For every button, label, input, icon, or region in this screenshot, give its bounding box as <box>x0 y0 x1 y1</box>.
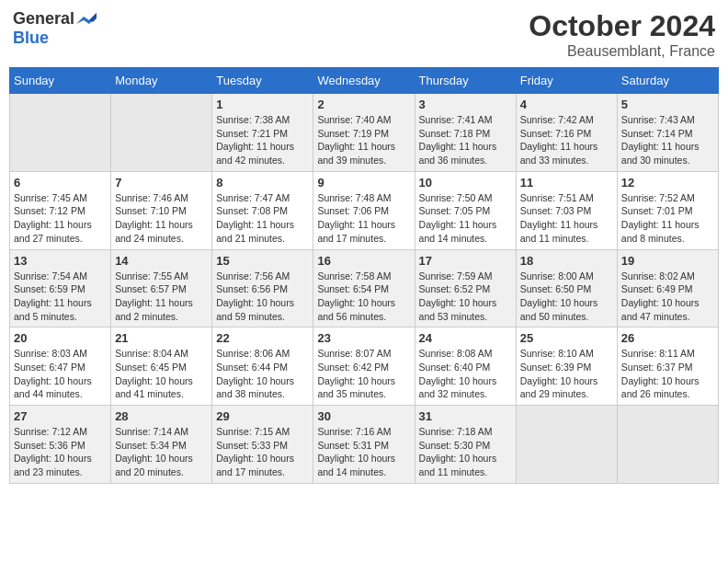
day-number: 22 <box>216 331 309 345</box>
day-of-week-header: Thursday <box>415 68 516 94</box>
day-number: 10 <box>419 176 512 190</box>
calendar-cell: 7Sunrise: 7:46 AMSunset: 7:10 PMDaylight… <box>111 171 212 249</box>
calendar-cell: 19Sunrise: 8:02 AMSunset: 6:49 PMDayligh… <box>617 249 718 327</box>
day-number: 6 <box>14 176 107 190</box>
calendar-cell: 22Sunrise: 8:06 AMSunset: 6:44 PMDayligh… <box>212 327 313 406</box>
day-info: Sunrise: 7:47 AMSunset: 7:08 PMDaylight:… <box>216 191 309 246</box>
calendar-cell <box>516 406 617 484</box>
day-of-week-header: Sunday <box>10 68 111 94</box>
day-info: Sunrise: 8:07 AMSunset: 6:42 PMDaylight:… <box>317 347 410 401</box>
day-info: Sunrise: 7:50 AMSunset: 7:05 PMDaylight:… <box>419 191 512 246</box>
day-info: Sunrise: 7:40 AMSunset: 7:19 PMDaylight:… <box>317 113 410 167</box>
day-number: 12 <box>621 176 714 190</box>
day-info: Sunrise: 8:10 AMSunset: 6:39 PMDaylight:… <box>520 347 613 401</box>
day-info: Sunrise: 7:56 AMSunset: 6:56 PMDaylight:… <box>216 270 309 324</box>
day-number: 15 <box>216 254 309 268</box>
day-info: Sunrise: 7:45 AMSunset: 7:12 PMDaylight:… <box>14 191 107 246</box>
day-number: 26 <box>621 331 714 345</box>
day-info: Sunrise: 7:58 AMSunset: 6:54 PMDaylight:… <box>317 270 410 324</box>
calendar-cell: 8Sunrise: 7:47 AMSunset: 7:08 PMDaylight… <box>212 171 313 249</box>
calendar-cell: 28Sunrise: 7:14 AMSunset: 5:34 PMDayligh… <box>111 406 212 484</box>
calendar-cell <box>111 94 212 172</box>
calendar-cell: 16Sunrise: 7:58 AMSunset: 6:54 PMDayligh… <box>313 249 415 327</box>
day-info: Sunrise: 7:46 AMSunset: 7:10 PMDaylight:… <box>115 191 208 246</box>
day-info: Sunrise: 7:42 AMSunset: 7:16 PMDaylight:… <box>520 113 613 167</box>
day-number: 30 <box>317 409 410 423</box>
calendar-week-row: 20Sunrise: 8:03 AMSunset: 6:47 PMDayligh… <box>10 327 719 406</box>
day-of-week-header: Wednesday <box>313 68 415 94</box>
day-info: Sunrise: 7:52 AMSunset: 7:01 PMDaylight:… <box>621 191 714 246</box>
day-number: 20 <box>14 331 107 345</box>
logo-bird-icon <box>76 13 97 28</box>
day-info: Sunrise: 8:04 AMSunset: 6:45 PMDaylight:… <box>115 347 208 401</box>
day-info: Sunrise: 7:59 AMSunset: 6:52 PMDaylight:… <box>419 270 512 324</box>
calendar-cell: 9Sunrise: 7:48 AMSunset: 7:06 PMDaylight… <box>313 171 415 249</box>
day-number: 7 <box>115 176 208 190</box>
day-of-week-header: Friday <box>516 68 617 94</box>
calendar-cell: 1Sunrise: 7:38 AMSunset: 7:21 PMDaylight… <box>212 94 313 172</box>
calendar-week-row: 27Sunrise: 7:12 AMSunset: 5:36 PMDayligh… <box>10 406 719 484</box>
day-info: Sunrise: 8:08 AMSunset: 6:40 PMDaylight:… <box>419 347 512 401</box>
calendar-cell <box>617 406 718 484</box>
day-number: 27 <box>14 409 107 423</box>
day-number: 17 <box>419 254 512 268</box>
logo-blue-text: Blue <box>13 29 49 47</box>
day-number: 21 <box>115 331 208 345</box>
calendar-cell: 30Sunrise: 7:16 AMSunset: 5:31 PMDayligh… <box>313 406 415 484</box>
calendar-week-row: 6Sunrise: 7:45 AMSunset: 7:12 PMDaylight… <box>10 171 719 249</box>
calendar-week-row: 1Sunrise: 7:38 AMSunset: 7:21 PMDaylight… <box>10 94 719 172</box>
day-info: Sunrise: 7:14 AMSunset: 5:34 PMDaylight:… <box>115 425 208 479</box>
day-info: Sunrise: 7:55 AMSunset: 6:57 PMDaylight:… <box>115 270 208 324</box>
day-info: Sunrise: 7:48 AMSunset: 7:06 PMDaylight:… <box>317 191 410 246</box>
day-info: Sunrise: 7:15 AMSunset: 5:33 PMDaylight:… <box>216 425 309 479</box>
calendar-cell: 5Sunrise: 7:43 AMSunset: 7:14 PMDaylight… <box>617 94 718 172</box>
day-number: 24 <box>419 331 512 345</box>
location-title: Beausemblant, France <box>529 43 715 60</box>
day-info: Sunrise: 7:43 AMSunset: 7:14 PMDaylight:… <box>621 113 714 167</box>
calendar-cell: 12Sunrise: 7:52 AMSunset: 7:01 PMDayligh… <box>617 171 718 249</box>
svg-marker-1 <box>89 13 97 22</box>
calendar-cell: 14Sunrise: 7:55 AMSunset: 6:57 PMDayligh… <box>111 249 212 327</box>
calendar-cell: 18Sunrise: 8:00 AMSunset: 6:50 PMDayligh… <box>516 249 617 327</box>
calendar-cell: 20Sunrise: 8:03 AMSunset: 6:47 PMDayligh… <box>10 327 111 406</box>
calendar-cell: 4Sunrise: 7:42 AMSunset: 7:16 PMDaylight… <box>516 94 617 172</box>
day-number: 9 <box>317 176 410 190</box>
day-number: 29 <box>216 409 309 423</box>
calendar-cell: 17Sunrise: 7:59 AMSunset: 6:52 PMDayligh… <box>415 249 516 327</box>
day-of-week-header: Monday <box>111 68 212 94</box>
day-info: Sunrise: 7:16 AMSunset: 5:31 PMDaylight:… <box>317 425 410 479</box>
calendar-cell: 2Sunrise: 7:40 AMSunset: 7:19 PMDaylight… <box>313 94 415 172</box>
day-number: 19 <box>621 254 714 268</box>
day-number: 3 <box>419 98 512 111</box>
calendar-cell: 26Sunrise: 8:11 AMSunset: 6:37 PMDayligh… <box>617 327 718 406</box>
calendar-header-row: SundayMondayTuesdayWednesdayThursdayFrid… <box>10 68 719 94</box>
page-header: General Blue October 2024 Beausemblant, … <box>9 9 719 60</box>
day-info: Sunrise: 7:54 AMSunset: 6:59 PMDaylight:… <box>14 270 107 324</box>
day-of-week-header: Saturday <box>617 68 718 94</box>
day-number: 4 <box>520 98 613 111</box>
calendar-cell: 6Sunrise: 7:45 AMSunset: 7:12 PMDaylight… <box>10 171 111 249</box>
calendar-week-row: 13Sunrise: 7:54 AMSunset: 6:59 PMDayligh… <box>10 249 719 327</box>
calendar-cell: 23Sunrise: 8:07 AMSunset: 6:42 PMDayligh… <box>313 327 415 406</box>
day-info: Sunrise: 8:02 AMSunset: 6:49 PMDaylight:… <box>621 270 714 324</box>
day-number: 25 <box>520 331 613 345</box>
calendar-cell: 3Sunrise: 7:41 AMSunset: 7:18 PMDaylight… <box>415 94 516 172</box>
day-info: Sunrise: 7:12 AMSunset: 5:36 PMDaylight:… <box>14 425 107 479</box>
calendar-cell: 11Sunrise: 7:51 AMSunset: 7:03 PMDayligh… <box>516 171 617 249</box>
day-info: Sunrise: 8:11 AMSunset: 6:37 PMDaylight:… <box>621 347 714 401</box>
logo-general-text: General <box>13 9 74 29</box>
day-number: 2 <box>317 98 410 111</box>
day-info: Sunrise: 7:51 AMSunset: 7:03 PMDaylight:… <box>520 191 613 246</box>
day-info: Sunrise: 8:03 AMSunset: 6:47 PMDaylight:… <box>14 347 107 401</box>
calendar-cell <box>10 94 111 172</box>
day-number: 11 <box>520 176 613 190</box>
calendar-cell: 25Sunrise: 8:10 AMSunset: 6:39 PMDayligh… <box>516 327 617 406</box>
day-number: 23 <box>317 331 410 345</box>
day-number: 31 <box>419 409 512 423</box>
day-info: Sunrise: 8:06 AMSunset: 6:44 PMDaylight:… <box>216 347 309 401</box>
calendar-cell: 10Sunrise: 7:50 AMSunset: 7:05 PMDayligh… <box>415 171 516 249</box>
calendar-cell: 15Sunrise: 7:56 AMSunset: 6:56 PMDayligh… <box>212 249 313 327</box>
day-of-week-header: Tuesday <box>212 68 313 94</box>
day-info: Sunrise: 7:41 AMSunset: 7:18 PMDaylight:… <box>419 113 512 167</box>
day-info: Sunrise: 7:38 AMSunset: 7:21 PMDaylight:… <box>216 113 309 167</box>
